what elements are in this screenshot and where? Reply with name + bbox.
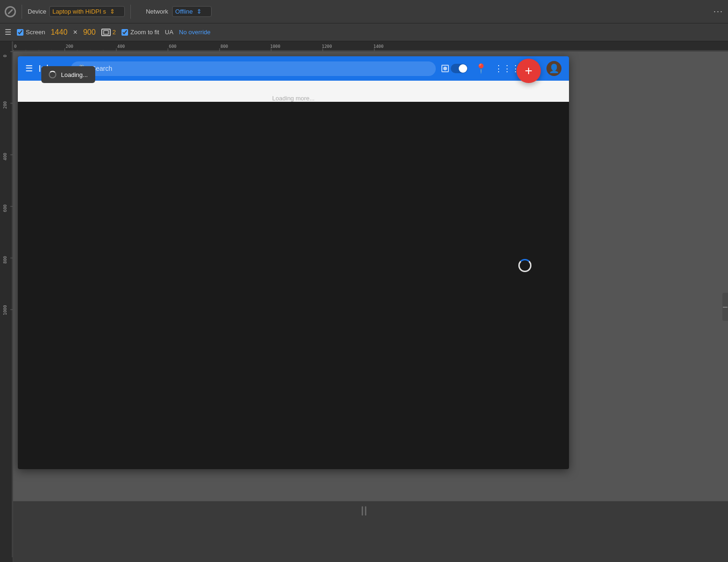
page-body: Loading more... + Loading... xyxy=(18,81,569,102)
bottom-panel xyxy=(0,501,728,562)
screenshot-icon[interactable] xyxy=(101,29,111,36)
fab-button[interactable]: + xyxy=(516,59,541,83)
zoom-checkbox[interactable] xyxy=(121,29,128,36)
network-arrow-icon: ⇕ xyxy=(197,8,202,15)
screenshot-section: 2 xyxy=(101,29,116,36)
toolbar-row1: Device Laptop with HiDPI s ⇕ Network Off… xyxy=(0,0,728,23)
divider1 xyxy=(22,5,22,19)
ua-label: UA xyxy=(165,29,174,36)
resize-handle-right[interactable]: ||| xyxy=(722,293,728,321)
network-value: Offline xyxy=(175,8,193,15)
toggle-section xyxy=(441,64,468,73)
toast-spinner xyxy=(49,71,56,78)
svg-text:1000: 1000 xyxy=(270,44,281,49)
zoom-checkbox-label[interactable]: Zoom to fit xyxy=(121,29,159,36)
search-bar[interactable]: 🔍 Search xyxy=(71,61,436,76)
app-hamburger-icon[interactable]: ☰ xyxy=(25,63,33,74)
svg-text:1200: 1200 xyxy=(322,44,332,49)
svg-text:800: 800 xyxy=(220,44,228,49)
device-arrow-icon: ⇕ xyxy=(110,8,115,15)
toggle-switch[interactable] xyxy=(451,64,468,73)
screen-height: 900 xyxy=(83,28,96,37)
more-options-button[interactable]: ··· xyxy=(713,7,723,16)
svg-text:200: 200 xyxy=(66,44,73,49)
zoom-text: Zoom to fit xyxy=(130,29,159,36)
app-header: ☰ Inbox 🔍 Search xyxy=(18,56,569,81)
loading-more-text: Loading more... xyxy=(272,95,314,102)
device-value: Laptop with HiDPI s xyxy=(53,8,106,15)
svg-text:0: 0 xyxy=(14,44,16,49)
fab-plus-icon: + xyxy=(525,63,532,78)
screen-checkbox[interactable] xyxy=(17,29,23,36)
svg-text:200: 200 xyxy=(3,101,8,109)
device-section: Device Laptop with HiDPI s ⇕ xyxy=(28,6,125,17)
screen-x: × xyxy=(73,28,77,37)
screen-width: 1440 xyxy=(51,28,68,37)
svg-text:600: 600 xyxy=(3,205,8,212)
page-spinner xyxy=(518,259,531,272)
dpr-badge: 2 xyxy=(113,29,116,36)
svg-text:400: 400 xyxy=(3,153,8,160)
divider2 xyxy=(130,5,131,19)
svg-text:400: 400 xyxy=(117,44,125,49)
apps-grid-icon[interactable]: ⋮⋮⋮ xyxy=(494,63,520,74)
bottom-handle[interactable] xyxy=(362,506,366,516)
svg-text:800: 800 xyxy=(3,256,8,264)
no-override-value: No override xyxy=(179,29,211,36)
screen-text: Screen xyxy=(26,29,45,36)
svg-text:1000: 1000 xyxy=(3,305,8,315)
no-entry-icon xyxy=(5,6,16,17)
location-icon[interactable]: 📍 xyxy=(475,63,487,74)
toggle-knob xyxy=(459,64,467,73)
network-label: Network xyxy=(146,8,168,15)
screen-checkbox-label[interactable]: Screen xyxy=(17,29,45,36)
canvas-area: 0 200 400 600 800 1000 1200 1400 xyxy=(0,41,728,562)
svg-text:0: 0 xyxy=(3,55,8,57)
network-section: Network Offline ⇕ xyxy=(146,6,212,17)
svg-rect-0 xyxy=(104,30,108,34)
svg-text:1400: 1400 xyxy=(373,44,384,49)
device-frame: ☰ Inbox 🔍 Search xyxy=(18,56,569,469)
ruler-left: 0 200 400 600 800 1000 xyxy=(0,41,13,562)
avatar[interactable]: 👤 xyxy=(546,61,561,76)
toolbar-row2: ☰ Screen 1440 × 900 2 Zoom to fit UA No … xyxy=(0,23,728,41)
device-label: Device xyxy=(28,8,46,15)
svg-text:600: 600 xyxy=(169,44,176,49)
canvas-viewport: ☰ Inbox 🔍 Search xyxy=(13,52,728,562)
ruler-top: 0 200 400 600 800 1000 1200 1400 xyxy=(13,41,728,52)
header-right: 📍 ⋮⋮⋮ 🔔 👤 xyxy=(441,61,561,76)
network-selector[interactable]: Offline ⇕ xyxy=(172,6,212,17)
device-selector[interactable]: Laptop with HiDPI s ⇕ xyxy=(49,6,125,17)
hamburger-icon[interactable]: ☰ xyxy=(5,28,11,37)
inbox-type-icon xyxy=(441,65,449,72)
loading-toast: Loading... xyxy=(41,66,95,83)
toast-text: Loading... xyxy=(61,71,88,78)
